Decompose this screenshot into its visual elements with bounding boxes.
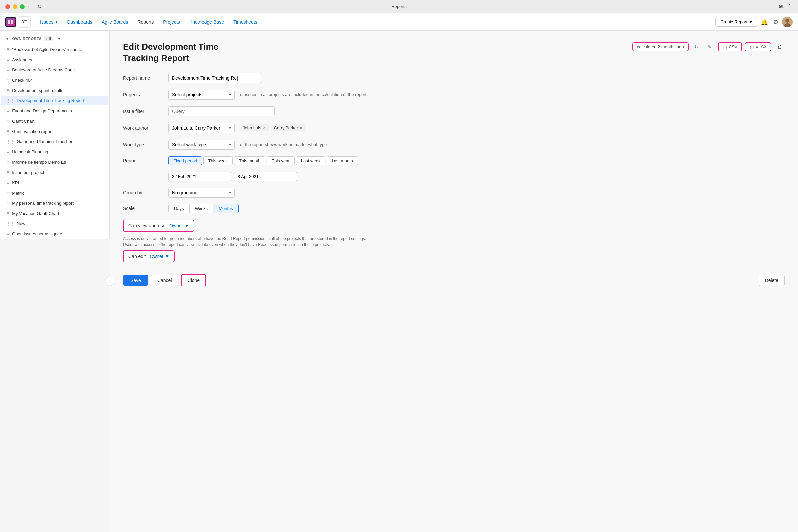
svg-point-1	[785, 19, 790, 23]
date-range	[168, 172, 785, 181]
report-actions: calculated 2 months ago ↻ ✎ ↓ ↓ CSV ↓ ↓ …	[632, 41, 785, 52]
sidebar-header: ▼ OWN REPORTS 56 ▼	[0, 31, 109, 44]
sidebar-item-assignees[interactable]: ≡ Assignees	[1, 55, 108, 64]
list-icon: ≡	[7, 180, 9, 185]
nav-agile-boards[interactable]: Agile Boards	[98, 17, 132, 26]
create-report-caret-icon: ▼	[749, 19, 753, 24]
sidebar-item-my-vacation[interactable]: ≡ My Vacation Gantt Chart	[1, 208, 108, 218]
work-type-select[interactable]: Select work type	[168, 140, 235, 150]
sidebar-item-gantt-vacation[interactable]: ≡ Gantt vacation report	[1, 126, 108, 136]
titlebar-icons: ◙ ⋮	[779, 3, 793, 10]
more-icon[interactable]: ⋮	[787, 3, 793, 10]
sidebar-collapse-button[interactable]: «	[105, 277, 114, 286]
work-type-hint: or the report shows work no matter what …	[240, 142, 326, 147]
tag-carry-parker: Carry.Parker ✕	[271, 125, 306, 131]
grid-icon: ⋮⋮	[7, 139, 14, 144]
sidebar-item-new[interactable]: ⋮⋮ New	[1, 219, 108, 228]
sidebar-item-matrix[interactable]: ≡ Matrix	[1, 188, 108, 198]
projects-label: Projects	[123, 92, 163, 97]
save-button[interactable]: Save	[123, 275, 148, 286]
navbar: YT Issues ▼ Dashboards Agile Boards Repo…	[0, 13, 798, 31]
close-dot[interactable]	[5, 4, 10, 9]
nav-knowledge-base[interactable]: Knowledge Base	[185, 17, 228, 26]
period-this-month[interactable]: This month	[234, 156, 265, 165]
group-by-select[interactable]: No grouping	[168, 188, 235, 197]
period-fixed[interactable]: Fixed period	[168, 156, 202, 165]
avatar[interactable]	[782, 17, 793, 27]
report-name-input[interactable]	[168, 73, 261, 83]
brand-logo[interactable]: YT	[19, 16, 31, 28]
can-edit-label: Can edit	[128, 254, 146, 259]
period-last-month[interactable]: Last month	[326, 156, 358, 165]
list-icon: ≡	[7, 149, 9, 154]
sidebar-item-check-404[interactable]: ≡ Check 404	[1, 75, 108, 85]
sidebar-section-caret[interactable]: ▼	[5, 36, 9, 41]
remove-john-luis[interactable]: ✕	[263, 126, 266, 130]
sidebar-item-gathering-planning[interactable]: ⋮⋮ Gathering Planning Timesheet	[1, 137, 108, 146]
can-view-value[interactable]: Owner ▼	[169, 223, 189, 228]
sidebar-item-issue-per-project[interactable]: ≡ Issue per project	[1, 167, 108, 177]
nav-timesheets[interactable]: Timesheets	[229, 17, 261, 26]
nav-issues[interactable]: Issues ▼	[36, 17, 62, 26]
issues-caret: ▼	[55, 20, 58, 24]
forward-button[interactable]: ↻	[37, 3, 41, 10]
calculated-badge: calculated 2 months ago	[632, 42, 689, 51]
sidebar-item-gantt-chart[interactable]: ≡ Gantt Chart	[1, 116, 108, 126]
scale-weeks[interactable]: Weeks	[190, 204, 214, 213]
xlsx-export-button[interactable]: ↓ ↓ XLSX	[745, 42, 772, 51]
edit-button[interactable]: ✎	[705, 41, 715, 52]
work-author-select[interactable]: John.Luis, Carry.Parker	[168, 123, 235, 133]
back-button[interactable]: ←	[26, 4, 32, 10]
sidebar-item-my-personal[interactable]: ≡ My personal time tracking report	[1, 198, 108, 208]
nav-dashboards[interactable]: Dashboards	[63, 17, 96, 26]
sidebar-item-boulevard-issue[interactable]: ≡ "Boulevard of Agile Dreams" issue t...	[1, 44, 108, 54]
create-report-button[interactable]: Create Report ▼	[715, 17, 758, 26]
sidebar-count-caret[interactable]: ▼	[57, 36, 61, 41]
list-icon: ≡	[7, 231, 9, 236]
report-header: Edit Development Time Tracking Report ca…	[123, 41, 785, 64]
sidebar-item-dev-time-tracking[interactable]: ⋮⋮ Development Time Tracking Report	[1, 96, 108, 106]
scale-days[interactable]: Days	[168, 204, 190, 213]
nav-projects[interactable]: Projects	[159, 17, 184, 26]
app-logo-inner	[6, 18, 15, 26]
perm-hint: Access is only granted to group members …	[123, 236, 416, 248]
date-to-input[interactable]	[234, 172, 297, 181]
sidebar-item-boulevard-gantt[interactable]: ≡ Boulevard of Agile Dreams Gantt	[1, 65, 108, 75]
period-this-week[interactable]: This week	[204, 156, 233, 165]
refresh-button[interactable]: ↻	[691, 41, 702, 52]
list-icon: ≡	[7, 159, 9, 165]
date-from-input[interactable]	[168, 172, 231, 181]
csv-export-button[interactable]: ↓ ↓ CSV	[718, 42, 742, 51]
projects-select[interactable]: Select projects	[168, 90, 235, 100]
can-edit-value[interactable]: Owner ▼	[150, 254, 169, 259]
group-by-label: Group by	[123, 190, 163, 195]
list-icon: ≡	[7, 88, 9, 93]
clone-button[interactable]: Clone	[181, 274, 207, 286]
sidebar-item-dev-sprint[interactable]: ≡ Development sprint results	[1, 86, 108, 95]
can-edit-box: Can edit Owner ▼	[123, 250, 174, 262]
remove-carry-parker[interactable]: ✕	[299, 126, 303, 130]
issue-filter-input[interactable]	[168, 107, 274, 116]
puzzle-icon[interactable]: ◙	[779, 3, 783, 10]
download-csv-icon: ↓	[723, 44, 725, 49]
sidebar-item-helpdesk[interactable]: ≡ Helpdesk Planning	[1, 147, 108, 157]
notifications-icon[interactable]: 🔔	[759, 17, 770, 27]
sidebar-count: 56	[44, 36, 53, 41]
sidebar-item-open-issues[interactable]: ≡ Open issues per assignee	[1, 229, 108, 239]
print-button[interactable]: 🖨	[774, 41, 785, 52]
sidebar-item-kpi[interactable]: ≡ KPI	[1, 177, 108, 188]
period-this-year[interactable]: This year	[267, 156, 294, 165]
sidebar-item-informe[interactable]: ≡ Informe de tiempo Demo Es	[1, 157, 108, 167]
minimize-dot[interactable]	[13, 4, 17, 9]
can-edit-section: Can edit Owner ▼	[123, 250, 785, 265]
period-last-week[interactable]: Last week	[296, 156, 325, 165]
scale-months[interactable]: Months	[213, 204, 239, 213]
settings-icon[interactable]: ⚙	[771, 17, 781, 27]
maximize-dot[interactable]	[20, 4, 25, 9]
delete-button[interactable]: Delete	[759, 274, 785, 286]
nav-reports[interactable]: Reports	[133, 17, 158, 26]
brand-text: YT	[22, 20, 27, 24]
sidebar-item-event-design[interactable]: ≡ Event and Design Departments	[1, 106, 108, 116]
cancel-button[interactable]: Cancel	[151, 274, 178, 286]
report-title: Edit Development Time Tracking Report	[123, 41, 218, 64]
